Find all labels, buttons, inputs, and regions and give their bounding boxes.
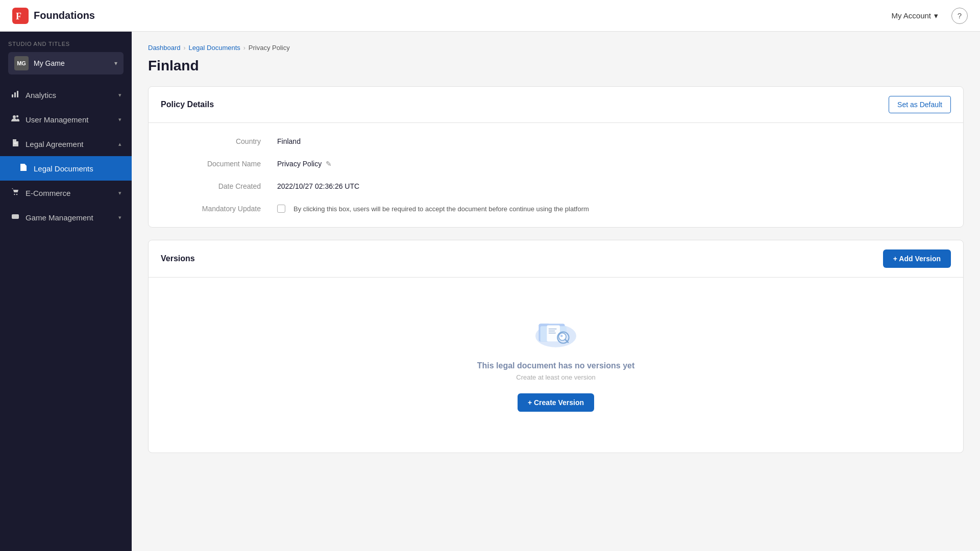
policy-row-date-created: Date Created 2022/10/27 02:36:26 UTC [169,182,943,190]
svg-rect-10 [21,168,24,169]
mandatory-update-label: Mandatory Update [169,205,261,213]
policy-details-card: Policy Details Set as Default Country Fi… [148,86,964,228]
page-title: Finland [148,58,964,74]
studio-selector[interactable]: MG My Game ▾ [8,52,124,74]
svg-text:F: F [16,11,21,21]
svg-rect-9 [21,167,26,167]
e-commerce-icon [10,188,20,198]
analytics-arrow-icon: ▾ [118,92,121,98]
breadcrumb-dashboard[interactable]: Dashboard [148,44,181,52]
empty-illustration-icon [530,308,581,349]
sidebar-item-legal-agreement[interactable]: Legal Agreement ▴ [0,132,132,156]
svg-point-5 [13,115,16,118]
svg-point-16 [16,216,17,217]
app-title: Foundations [34,10,95,21]
svg-rect-2 [12,94,13,97]
policy-row-mandatory-update: Mandatory Update By clicking this box, u… [169,205,943,213]
sidebar-item-legal-documents-label: Legal Documents [34,164,93,173]
sidebar-item-game-management-label: Game Management [26,213,93,222]
document-name-label: Document Name [169,160,261,168]
versions-header: Versions + Add Version [149,240,963,278]
sidebar-item-analytics-label: Analytics [26,91,56,99]
add-version-button[interactable]: + Add Version [883,249,951,268]
mandatory-update-value: By clicking this box, users will be requ… [277,205,589,213]
breadcrumb-legal-documents[interactable]: Legal Documents [189,44,240,52]
create-version-button[interactable]: + Create Version [518,393,594,412]
breadcrumb: Dashboard › Legal Documents › Privacy Po… [148,44,964,52]
breadcrumb-privacy-policy: Privacy Policy [249,44,290,52]
user-management-icon [10,114,20,124]
date-created-label: Date Created [169,182,261,190]
sidebar-item-legal-documents[interactable]: Legal Documents [0,156,132,181]
policy-row-country: Country Finland [169,137,943,145]
studio-selector-left: MG My Game [14,56,65,70]
help-button[interactable]: ? [951,8,968,24]
policy-row-document-name: Document Name Privacy Policy ✎ [169,160,943,168]
sidebar-item-game-management[interactable]: Game Management ▾ [0,205,132,230]
my-account-label: My Account [891,11,931,20]
help-icon: ? [958,11,962,20]
studio-chevron-icon: ▾ [114,60,117,67]
top-navigation: F Foundations My Account ▾ ? [0,0,980,32]
versions-empty-state: This legal document has no versions yet … [149,278,963,453]
app-logo-icon: F [12,8,29,24]
legal-agreement-arrow-icon: ▴ [118,141,121,147]
studio-avatar: MG [14,56,29,70]
main-content: Dashboard › Legal Documents › Privacy Po… [132,32,980,551]
policy-details-title: Policy Details [161,100,214,109]
svg-rect-22 [549,329,557,330]
policy-details-body: Country Finland Document Name Privacy Po… [149,123,963,227]
studio-section: STUDIO AND TITLES MG My Game ▾ [0,32,132,79]
sidebar-nav: Analytics ▾ User Management ▾ [0,79,132,551]
svg-point-11 [14,194,15,195]
svg-rect-3 [14,92,16,97]
empty-subtitle: Create at least one version [516,373,595,381]
sidebar-item-analytics[interactable]: Analytics ▾ [0,83,132,107]
sidebar-item-e-commerce[interactable]: E-Commerce ▾ [0,181,132,205]
svg-point-17 [17,217,18,218]
sidebar-item-legal-agreement-label: Legal Agreement [26,140,83,148]
mandatory-update-checkbox[interactable] [277,205,285,213]
svg-point-28 [560,335,563,337]
legal-agreement-icon [10,139,20,149]
analytics-icon [10,90,20,100]
nav-actions: My Account ▾ ? [886,8,968,24]
date-created-value: 2022/10/27 02:36:26 UTC [277,182,359,190]
empty-title: This legal document has no versions yet [477,361,635,370]
svg-point-12 [16,194,17,195]
e-commerce-arrow-icon: ▾ [118,190,121,196]
versions-card: Versions + Add Version [148,240,964,453]
my-account-button[interactable]: My Account ▾ [886,8,943,23]
sidebar-item-e-commerce-label: E-Commerce [26,189,70,197]
set-as-default-button[interactable]: Set as Default [889,96,951,113]
user-management-arrow-icon: ▾ [118,116,121,123]
breadcrumb-sep-1: › [184,44,186,52]
country-value: Finland [277,137,301,145]
mandatory-update-text: By clicking this box, users will be requ… [293,205,589,213]
studio-section-label: STUDIO AND TITLES [8,41,124,47]
chevron-down-icon: ▾ [934,11,938,20]
game-management-arrow-icon: ▾ [118,214,121,221]
legal-documents-icon [18,163,29,173]
svg-rect-23 [549,331,555,332]
document-name-value: Privacy Policy ✎ [277,160,332,168]
nav-brand: F Foundations [12,8,95,24]
studio-name: My Game [34,59,65,67]
svg-rect-4 [17,91,18,97]
country-label: Country [169,137,261,145]
svg-rect-15 [13,216,15,217]
policy-details-header: Policy Details Set as Default [149,87,963,123]
svg-rect-24 [549,333,556,334]
breadcrumb-sep-2: › [243,44,246,52]
svg-point-6 [16,115,18,117]
sidebar-item-user-management-label: User Management [26,115,88,124]
main-inner: Dashboard › Legal Documents › Privacy Po… [132,32,980,478]
sidebar-item-user-management[interactable]: User Management ▾ [0,107,132,132]
main-layout: STUDIO AND TITLES MG My Game ▾ Analytics… [0,32,980,551]
game-management-icon [10,212,20,222]
sidebar: STUDIO AND TITLES MG My Game ▾ Analytics… [0,32,132,551]
versions-title: Versions [161,254,195,263]
document-name-edit-icon[interactable]: ✎ [326,160,332,168]
